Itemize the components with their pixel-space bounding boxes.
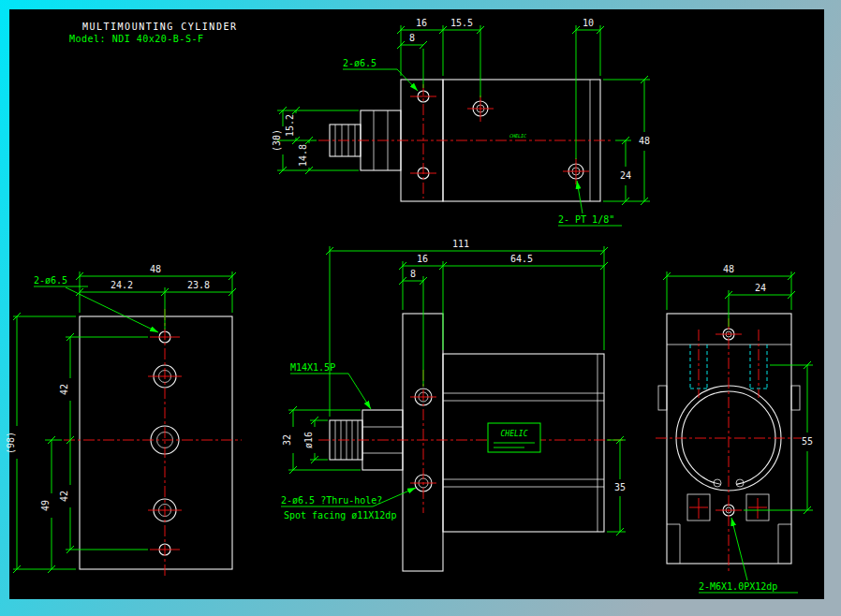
dim-42-top: 42 [59, 384, 69, 395]
thread-callout: M14X1.5P [290, 362, 335, 373]
dim-8: 8 [410, 269, 416, 279]
stamp-mark: CHELIC [501, 430, 528, 438]
brand-stamp: CHELIC [488, 423, 540, 452]
dim-16: 16 [417, 254, 428, 264]
dim-15-2: 15.2 [285, 114, 295, 137]
tap-callout: 2-M6X1.0PX12dp [699, 581, 777, 592]
port-callout: 2- PT 1/8" [558, 214, 614, 225]
dim-15-5: 15.5 [450, 18, 473, 28]
dim-48: 48 [150, 264, 161, 274]
dim-98: (98) [6, 432, 16, 454]
dim-111: 111 [452, 239, 469, 249]
spotface-callout: Spot facing ø11X12dp [284, 510, 396, 521]
hole-callout: 2-ø6.5 [34, 275, 67, 286]
drawing-canvas[interactable] [9, 9, 824, 599]
dim-49: 49 [40, 500, 51, 511]
model-number: Model: NDI 40x20-B-S-F [69, 34, 203, 44]
dim-24: 24 [620, 170, 631, 181]
dim-16: 16 [416, 18, 427, 28]
drawing-title: MULTIMOUNTING CYLINDER [82, 22, 237, 32]
dim-35: 35 [614, 482, 626, 492]
dim-30: (30) [272, 129, 282, 152]
dim-32: 32 [282, 434, 292, 446]
dim-55: 55 [802, 436, 813, 447]
dim-14-8: 14.8 [298, 144, 308, 167]
dim-10: 10 [583, 18, 594, 28]
stamp-mark-top: CHELIC [509, 133, 526, 139]
cad-window: MULTIMOUNTING CYLINDER Model: NDI 40x20-… [0, 0, 841, 616]
dim-48: 48 [723, 264, 734, 274]
dim-dia16: ø16 [303, 432, 314, 448]
dim-8: 8 [409, 33, 415, 43]
dim-42-bottom: 42 [59, 491, 69, 502]
hole-callout: 2-ø6.5 [343, 58, 376, 68]
dim-64-5: 64.5 [510, 254, 533, 264]
thru-hole-callout: 2-ø6.5 ?Thru-hole? [281, 495, 382, 506]
dim-23-8: 23.8 [187, 280, 210, 290]
dim-48: 48 [639, 136, 650, 146]
dim-24-2: 24.2 [111, 280, 133, 290]
dim-24: 24 [755, 283, 766, 293]
